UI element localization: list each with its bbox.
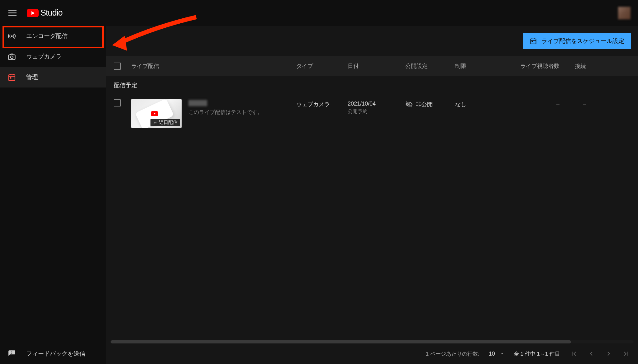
column-header-connect[interactable]: 接続	[559, 62, 586, 70]
svg-point-0	[11, 35, 12, 37]
row-checkbox[interactable]	[114, 99, 121, 106]
sidebar-item-label: 管理	[26, 73, 38, 81]
calendar-icon	[530, 37, 537, 45]
scrollbar-thumb[interactable]	[111, 340, 571, 343]
table-header: ライブ配信 タイプ 日付 公開設定 制限 ライブ視聴者数 接続	[106, 56, 638, 76]
prev-page-button[interactable]	[587, 349, 596, 358]
logo[interactable]: Studio	[27, 8, 63, 18]
feedback-icon	[7, 349, 16, 358]
topbar: ライブ配信をスケジュール設定	[106, 26, 638, 56]
hamburger-icon	[8, 10, 17, 16]
sidebar-item-encoder[interactable]: エンコーダ配信	[0, 26, 106, 46]
svg-rect-10	[532, 41, 533, 42]
section-title: 配信予定	[106, 76, 638, 95]
sidebar-item-manage[interactable]: 管理	[0, 67, 106, 87]
cell-restrict: なし	[455, 99, 507, 108]
svg-rect-8	[531, 39, 536, 44]
sidebar: エンコーダ配信 ウェブカメラ 管理 フィードバックを送信	[0, 26, 106, 364]
cell-connect: –	[559, 99, 586, 107]
first-page-button[interactable]	[569, 349, 578, 358]
horizontal-scrollbar[interactable]	[111, 340, 634, 343]
main-content: ライブ配信をスケジュール設定 ライブ配信 タイプ 日付 公開設定 制限 ライブ視…	[106, 26, 638, 364]
logo-text: Studio	[40, 8, 63, 18]
svg-point-13	[155, 122, 155, 123]
pagination: 1 ページあたりの行数: 10 全 1 件中 1～1 件目	[106, 343, 638, 364]
page-range: 全 1 件中 1～1 件目	[514, 350, 560, 357]
column-header-restrict[interactable]: 制限	[455, 62, 507, 70]
select-all-checkbox[interactable]	[114, 63, 121, 70]
sidebar-item-label: エンコーダ配信	[26, 32, 68, 40]
chevron-down-icon	[500, 352, 504, 356]
visibility-off-icon	[405, 101, 413, 108]
broadcast-icon	[7, 32, 16, 40]
next-page-button[interactable]	[604, 349, 613, 358]
column-header-visibility[interactable]: 公開設定	[405, 62, 455, 70]
column-header-date[interactable]: 日付	[348, 62, 405, 70]
youtube-icon	[151, 111, 158, 116]
column-header-viewers[interactable]: ライブ視聴者数	[507, 62, 559, 70]
hamburger-menu-button[interactable]	[7, 8, 17, 18]
column-header-type[interactable]: タイプ	[296, 62, 348, 70]
rows-per-page-label: 1 ページあたりの行数:	[426, 350, 479, 357]
thumbnail-badge: 近日配信	[150, 119, 180, 126]
last-page-button[interactable]	[622, 349, 631, 358]
sidebar-item-webcam[interactable]: ウェブカメラ	[0, 46, 106, 67]
svg-rect-3	[9, 75, 15, 81]
camera-icon	[7, 52, 16, 61]
schedule-button-label: ライブ配信をスケジュール設定	[541, 37, 624, 45]
svg-rect-5	[10, 77, 12, 79]
calendar-icon	[7, 73, 16, 82]
youtube-icon	[27, 9, 39, 17]
stream-thumbnail[interactable]: 近日配信	[131, 99, 182, 128]
cell-viewers: –	[507, 99, 559, 107]
feedback-label: フィードバックを送信	[26, 350, 85, 358]
avatar[interactable]	[618, 7, 631, 19]
schedule-live-button[interactable]: ライブ配信をスケジュール設定	[523, 33, 631, 49]
app-header: Studio	[0, 0, 638, 26]
sidebar-item-label: ウェブカメラ	[26, 53, 62, 61]
svg-rect-1	[9, 55, 15, 59]
rows-per-page-select[interactable]: 10	[489, 351, 504, 357]
stream-title-blurred	[188, 100, 207, 106]
svg-point-2	[11, 56, 13, 59]
cell-type: ウェブカメラ	[296, 99, 348, 108]
stream-description: このライブ配信はテストです。	[188, 109, 296, 116]
cell-date: 2021/10/04 公開予約	[348, 99, 405, 115]
cell-visibility: 非公開	[405, 99, 455, 108]
column-header-stream[interactable]: ライブ配信	[131, 62, 296, 70]
feedback-button[interactable]: フィードバックを送信	[0, 343, 106, 364]
table-row[interactable]: 近日配信 このライブ配信はテストです。 ウェブカメラ 2021/10/04 公開…	[106, 95, 638, 132]
